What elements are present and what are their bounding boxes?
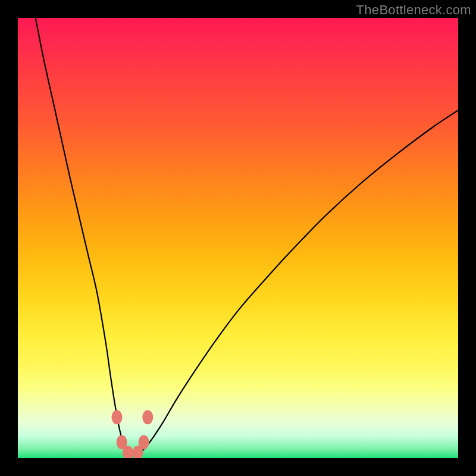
curve-marker [139,435,149,449]
chart-frame: TheBottleneck.com [0,0,476,476]
curve-marker [142,410,153,424]
curve-marker [123,446,133,458]
curve-line [36,18,458,456]
curve-markers [112,410,154,458]
chart-svg [18,18,458,458]
curve-marker [112,410,123,424]
curve-marker [132,446,143,458]
watermark-text: TheBottleneck.com [356,2,471,18]
curve-marker [117,435,127,449]
plot-area [18,18,458,458]
